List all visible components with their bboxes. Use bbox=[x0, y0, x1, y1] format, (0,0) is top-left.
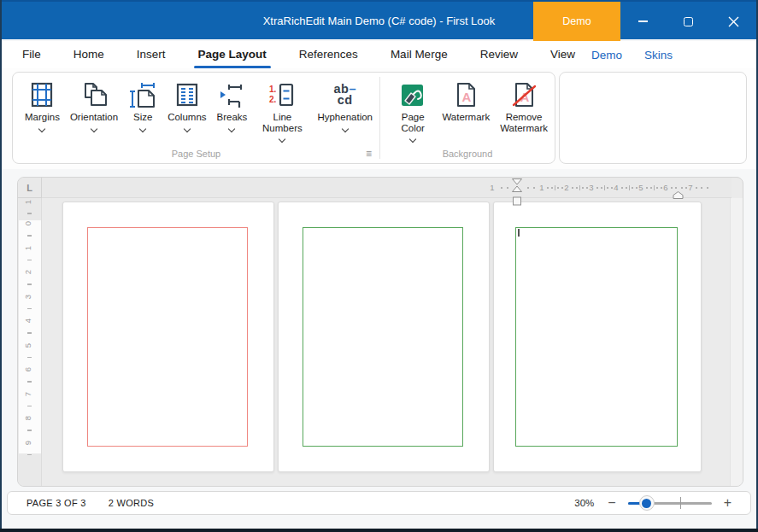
app-window: XtraRichEdit Main Demo (C# code) - First… bbox=[0, 0, 758, 532]
demo-ribbon-button[interactable]: Demo bbox=[533, 2, 620, 41]
ruler-tick bbox=[572, 187, 573, 189]
minimize-button[interactable] bbox=[620, 2, 666, 41]
ruler-tick bbox=[551, 187, 553, 189]
horizontal-ruler[interactable]: 11234567 bbox=[42, 178, 732, 198]
ruler-tick bbox=[596, 187, 598, 189]
ruler-tick bbox=[626, 187, 627, 189]
tab-references[interactable]: References bbox=[283, 41, 374, 68]
pages-area bbox=[42, 198, 729, 486]
ruler-tick bbox=[632, 187, 633, 189]
orientation-icon bbox=[79, 78, 109, 112]
zoom-out-button[interactable]: − bbox=[606, 496, 617, 510]
ruler-number: 1 bbox=[539, 183, 544, 192]
indent-markers[interactable] bbox=[512, 178, 522, 211]
ruler-tick bbox=[27, 381, 32, 383]
window-border bbox=[0, 529, 758, 532]
vertical-ruler[interactable]: 10123456789 bbox=[18, 198, 42, 486]
left-indent-marker bbox=[514, 197, 521, 205]
line-numbers-button[interactable]: 1.2. Line Numbers bbox=[252, 76, 312, 143]
svg-text:A: A bbox=[462, 90, 472, 104]
ruler-number: 7 bbox=[688, 183, 692, 192]
tab-mail-merge[interactable]: Mail Merge bbox=[374, 41, 464, 68]
zoom-slider[interactable] bbox=[628, 494, 712, 512]
chevron-down-icon bbox=[184, 125, 191, 132]
size-button[interactable]: Size bbox=[123, 76, 162, 133]
ruler-number: 0 bbox=[23, 221, 32, 225]
tab-home[interactable]: Home bbox=[57, 41, 120, 68]
document-page-1[interactable] bbox=[62, 202, 274, 472]
watermark-icon: A bbox=[452, 78, 479, 112]
word-count: 2 WORDS bbox=[109, 498, 154, 508]
chevron-down-icon bbox=[409, 136, 416, 143]
ruler-tick bbox=[27, 454, 32, 456]
ruler-tick bbox=[576, 187, 578, 189]
zoom-slider-thumb[interactable] bbox=[639, 495, 655, 511]
ribbon-panel-empty bbox=[559, 72, 747, 164]
ruler-number: 3 bbox=[589, 183, 593, 192]
ruler-number: 2 bbox=[564, 183, 568, 192]
link-demo[interactable]: Demo bbox=[591, 49, 622, 61]
chevron-down-icon bbox=[279, 136, 285, 143]
chevron-down-icon bbox=[38, 125, 45, 132]
page-color-icon bbox=[399, 78, 426, 112]
vertical-scrollbar[interactable] bbox=[730, 198, 743, 486]
line-numbers-icon: 1.2. bbox=[268, 78, 296, 112]
ruler-tick bbox=[561, 187, 563, 189]
close-button[interactable] bbox=[711, 2, 756, 41]
remove-watermark-button[interactable]: A Remove Watermark bbox=[495, 76, 553, 143]
ribbon-group-background: Page Color A Watermark A R bbox=[380, 73, 555, 163]
tab-insert[interactable]: Insert bbox=[120, 41, 182, 68]
group-label-background: Background bbox=[380, 149, 555, 159]
title-bar: XtraRichEdit Main Demo (C# code) - First… bbox=[0, 0, 758, 39]
orientation-button[interactable]: Orientation bbox=[65, 76, 123, 133]
window-controls bbox=[620, 2, 756, 41]
chevron-down-icon bbox=[228, 125, 235, 132]
document-area: L 11234567 10123456789 bbox=[17, 177, 743, 487]
ruler-number: 2 bbox=[23, 270, 32, 274]
right-indent-marker[interactable] bbox=[673, 188, 684, 203]
ruler-tick bbox=[557, 187, 559, 189]
ruler-tick bbox=[507, 187, 508, 189]
ruler-tick bbox=[27, 406, 32, 407]
ruler-tick bbox=[656, 187, 658, 189]
hyphenation-button[interactable]: ab–cd Hyphenation bbox=[312, 76, 378, 133]
ruler-tick bbox=[27, 213, 32, 214]
text-caret bbox=[518, 229, 520, 237]
chevron-down-icon bbox=[91, 125, 97, 132]
dialog-launcher-icon[interactable]: ≡ bbox=[366, 148, 372, 160]
ruler-number: 1 bbox=[23, 245, 32, 249]
zoom-controls: 30% − + bbox=[574, 494, 733, 512]
breaks-button[interactable]: Breaks bbox=[212, 76, 253, 133]
ruler-number: 6 bbox=[23, 367, 32, 371]
tab-view[interactable]: View bbox=[534, 41, 591, 68]
ruler-number: 1 bbox=[490, 183, 494, 192]
document-page-3[interactable] bbox=[493, 202, 702, 472]
ruler-tick bbox=[661, 187, 662, 189]
margins-button[interactable]: Margins bbox=[20, 76, 65, 133]
ruler-number: 6 bbox=[663, 183, 667, 192]
breaks-icon bbox=[218, 78, 245, 112]
tab-selector-button[interactable]: L bbox=[18, 178, 42, 198]
ruler-number: 9 bbox=[23, 440, 32, 444]
tab-page-layout[interactable]: Page Layout bbox=[182, 41, 283, 68]
ribbon-group-page-setup: Margins Orientation Size bbox=[13, 73, 379, 163]
tab-review[interactable]: Review bbox=[464, 41, 534, 68]
ruler-tick bbox=[611, 187, 613, 189]
ruler-tick bbox=[27, 332, 32, 334]
link-skins[interactable]: Skins bbox=[644, 49, 673, 61]
columns-button[interactable]: Columns bbox=[162, 76, 211, 133]
ruler-tick bbox=[601, 187, 602, 189]
page-border-box bbox=[303, 227, 463, 447]
group-label-page-setup: Page Setup bbox=[13, 149, 379, 159]
ruler-tick bbox=[636, 187, 638, 189]
ribbon-body: Margins Orientation Size bbox=[2, 68, 756, 169]
watermark-button[interactable]: A Watermark bbox=[437, 76, 495, 133]
page-color-button[interactable]: Page Color bbox=[389, 76, 437, 143]
minimize-icon bbox=[638, 20, 648, 22]
zoom-in-button[interactable]: + bbox=[722, 496, 733, 510]
maximize-button[interactable] bbox=[666, 2, 711, 41]
ruler-number: 4 bbox=[614, 183, 618, 192]
document-page-2[interactable] bbox=[278, 202, 490, 472]
tab-file[interactable]: File bbox=[6, 41, 57, 68]
ruler-tick bbox=[533, 187, 535, 189]
